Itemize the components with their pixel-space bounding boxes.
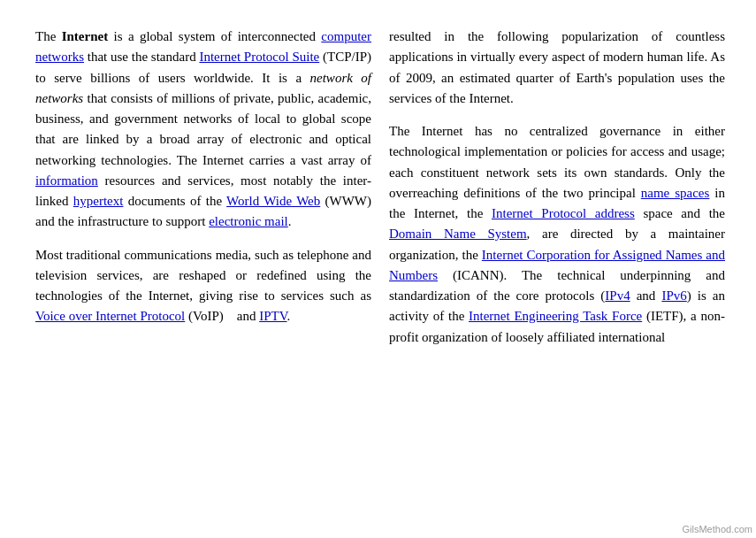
domain-name-system-link[interactable]: Domain Name System: [389, 227, 527, 241]
left-paragraph-2: Most traditional communications media, s…: [35, 245, 371, 327]
hypertext-link[interactable]: hypertext: [73, 194, 124, 208]
world-wide-web-link[interactable]: World Wide Web: [226, 194, 320, 208]
internet-bold: Internet: [62, 29, 109, 43]
right-paragraph-2: The Internet has no centralized governan…: [389, 121, 725, 348]
content-wrapper: The Internet is a global system of inter…: [0, 0, 756, 378]
watermark: GilsMethod.com: [683, 524, 752, 534]
internet-protocol-suite-link[interactable]: Internet Protocol Suite: [199, 50, 319, 64]
right-column: resulted in the following popularization…: [389, 27, 725, 360]
network-of-networks-italic: network of networks: [35, 71, 371, 105]
ipv6-link[interactable]: IPv6: [661, 288, 686, 303]
electronic-mail-link[interactable]: electronic mail: [209, 214, 288, 228]
left-paragraph-1: The Internet is a global system of inter…: [35, 27, 371, 233]
ipv4-link[interactable]: IPv4: [605, 288, 630, 303]
ip-address-link[interactable]: Internet Protocol address: [492, 206, 635, 220]
icann-link[interactable]: Internet Corporation for Assigned Names …: [389, 248, 725, 282]
right-paragraph-1: resulted in the following popularization…: [389, 27, 725, 109]
information-link[interactable]: information: [35, 173, 98, 188]
left-column: The Internet is a global system of inter…: [35, 27, 371, 360]
name-spaces-link[interactable]: name spaces: [641, 186, 710, 200]
ietf-link[interactable]: Internet Engineering Task Force: [469, 309, 642, 323]
iptv-link[interactable]: IPTV: [259, 309, 286, 323]
voip-link[interactable]: Voice over Internet Protocol: [35, 309, 185, 323]
